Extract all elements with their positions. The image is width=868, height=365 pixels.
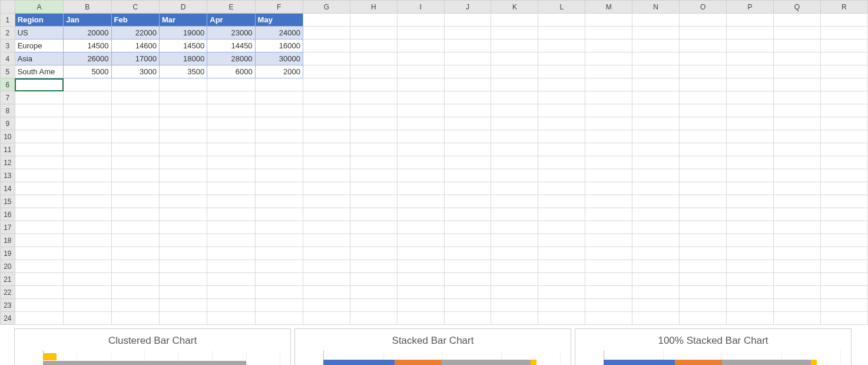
cell-D8[interactable] — [159, 104, 207, 117]
cell-R4[interactable] — [820, 52, 867, 65]
cell-B2[interactable]: 20000 — [64, 27, 111, 40]
col-header-R[interactable]: R — [820, 1, 867, 14]
cell-L7[interactable] — [538, 91, 585, 104]
cell-O2[interactable] — [680, 27, 727, 40]
cell-Q18[interactable] — [773, 234, 820, 247]
col-header-O[interactable]: O — [680, 1, 727, 14]
cell-N20[interactable] — [632, 260, 680, 273]
cell-N23[interactable] — [632, 299, 680, 312]
col-header-N[interactable]: N — [632, 1, 680, 14]
cell-E18[interactable] — [207, 234, 255, 247]
cell-R17[interactable] — [820, 221, 867, 234]
cell-K13[interactable] — [491, 169, 538, 182]
cell-G22[interactable] — [303, 286, 350, 299]
cell-J15[interactable] — [444, 195, 491, 208]
cell-P19[interactable] — [727, 247, 774, 260]
cell-P1[interactable] — [727, 14, 774, 27]
cell-N22[interactable] — [632, 286, 680, 299]
cell-R20[interactable] — [820, 260, 867, 273]
cell-A4[interactable]: Asia — [15, 52, 64, 65]
cell-H5[interactable] — [350, 65, 397, 78]
cell-H11[interactable] — [350, 143, 397, 156]
cell-I13[interactable] — [397, 169, 444, 182]
cell-E19[interactable] — [207, 247, 255, 260]
cell-O19[interactable] — [680, 247, 727, 260]
cell-Q15[interactable] — [773, 195, 820, 208]
col-header-H[interactable]: H — [350, 1, 397, 14]
cell-K8[interactable] — [491, 104, 538, 117]
cell-L20[interactable] — [538, 260, 585, 273]
cell-E1[interactable]: Apr — [207, 14, 255, 27]
cell-F10[interactable] — [255, 130, 303, 143]
cell-I21[interactable] — [397, 273, 444, 286]
cell-C16[interactable] — [111, 208, 159, 221]
cell-H15[interactable] — [350, 195, 397, 208]
cell-I3[interactable] — [397, 40, 444, 52]
cell-R10[interactable] — [820, 130, 867, 143]
cell-E22[interactable] — [207, 286, 255, 299]
cell-H13[interactable] — [350, 169, 397, 182]
cell-A3[interactable]: Europe — [15, 40, 64, 52]
cell-P2[interactable] — [727, 27, 774, 40]
cell-P17[interactable] — [727, 221, 774, 234]
cell-P16[interactable] — [727, 208, 774, 221]
row-header-11[interactable]: 11 — [1, 143, 15, 156]
row-header-2[interactable]: 2 — [1, 27, 15, 40]
cell-J9[interactable] — [444, 117, 491, 130]
cell-F11[interactable] — [255, 143, 303, 156]
cell-O9[interactable] — [680, 117, 727, 130]
cell-B17[interactable] — [64, 221, 111, 234]
cell-B10[interactable] — [64, 130, 111, 143]
cell-A15[interactable] — [15, 195, 64, 208]
cell-I1[interactable] — [397, 14, 444, 27]
col-header-I[interactable]: I — [397, 1, 444, 14]
cell-C19[interactable] — [111, 247, 159, 260]
cell-K20[interactable] — [491, 260, 538, 273]
cell-G24[interactable] — [303, 312, 350, 325]
cell-E4[interactable]: 28000 — [207, 52, 255, 65]
cell-C4[interactable]: 17000 — [111, 52, 159, 65]
cell-A12[interactable] — [15, 156, 64, 169]
row-header-22[interactable]: 22 — [1, 286, 15, 299]
cell-H9[interactable] — [350, 117, 397, 130]
cell-F14[interactable] — [255, 182, 303, 195]
cell-R5[interactable] — [820, 65, 867, 78]
cell-M2[interactable] — [585, 27, 632, 40]
cell-D20[interactable] — [159, 260, 207, 273]
cell-G19[interactable] — [303, 247, 350, 260]
row-header-24[interactable]: 24 — [1, 312, 15, 325]
cell-L6[interactable] — [538, 78, 585, 91]
cell-B12[interactable] — [64, 156, 111, 169]
cell-G2[interactable] — [303, 27, 350, 40]
cell-F23[interactable] — [255, 299, 303, 312]
cell-E3[interactable]: 14450 — [207, 40, 255, 52]
cell-C20[interactable] — [111, 260, 159, 273]
cell-H22[interactable] — [350, 286, 397, 299]
cell-N4[interactable] — [632, 52, 680, 65]
row-header-23[interactable]: 23 — [1, 299, 15, 312]
cell-C18[interactable] — [111, 234, 159, 247]
cell-E8[interactable] — [207, 104, 255, 117]
cell-B7[interactable] — [64, 91, 111, 104]
cell-R9[interactable] — [820, 117, 867, 130]
cell-O23[interactable] — [680, 299, 727, 312]
row-header-20[interactable]: 20 — [1, 260, 15, 273]
cell-M18[interactable] — [585, 234, 632, 247]
cell-N2[interactable] — [632, 27, 680, 40]
cell-E11[interactable] — [207, 143, 255, 156]
cell-P5[interactable] — [727, 65, 774, 78]
cell-K22[interactable] — [491, 286, 538, 299]
cell-Q10[interactable] — [773, 130, 820, 143]
cell-C5[interactable]: 3000 — [111, 65, 159, 78]
cell-B20[interactable] — [64, 260, 111, 273]
cell-E14[interactable] — [207, 182, 255, 195]
cell-E17[interactable] — [207, 221, 255, 234]
cell-M6[interactable] — [585, 78, 632, 91]
cell-N10[interactable] — [632, 130, 680, 143]
cell-P8[interactable] — [727, 104, 774, 117]
cell-F18[interactable] — [255, 234, 303, 247]
cell-G9[interactable] — [303, 117, 350, 130]
cell-N21[interactable] — [632, 273, 680, 286]
cell-G8[interactable] — [303, 104, 350, 117]
cell-B18[interactable] — [64, 234, 111, 247]
